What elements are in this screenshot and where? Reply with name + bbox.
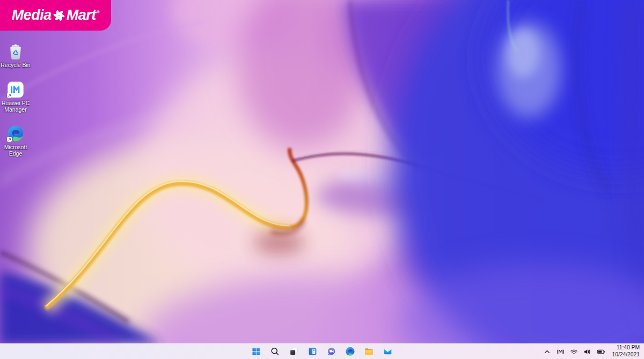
widgets-button[interactable] (308, 346, 318, 357)
recycle-bin-icon (7, 43, 24, 60)
logo-text-media: Media (12, 8, 52, 23)
shortcut-arrow-icon (7, 137, 12, 142)
start-button[interactable] (251, 346, 262, 357)
widgets-icon (308, 347, 318, 356)
chat-video-icon (327, 347, 336, 356)
system-tray: 11:40 PM 10/24/2021 (543, 344, 640, 359)
chevron-up-icon (543, 348, 551, 356)
huawei-pc-manager-icon (7, 81, 24, 98)
icon-label: Recycle Bin (1, 62, 30, 68)
mediamart-logo: Media Mart ® (12, 8, 99, 23)
edge-swirl-icon (346, 347, 355, 356)
speaker-icon (583, 348, 591, 356)
logo-text-mart: Mart (67, 8, 96, 23)
icon-label: Huawei PC Manager (2, 100, 30, 113)
wifi-icon (570, 348, 578, 356)
folder-icon (364, 347, 374, 356)
task-view-button[interactable] (289, 346, 299, 357)
microsoft-edge-icon (7, 125, 24, 142)
chat-button[interactable] (326, 346, 337, 357)
taskbar-center-group (251, 344, 393, 359)
desktop-icon-huawei-pc-manager[interactable]: Huawei PC Manager (0, 81, 33, 113)
volume-tray-item[interactable] (583, 347, 592, 356)
desktop-icon-recycle-bin[interactable]: Recycle Bin (0, 43, 33, 68)
huawei-tray-item[interactable] (556, 347, 565, 356)
clock-time: 11:40 PM (612, 345, 640, 351)
registered-mark: ® (97, 10, 99, 14)
hidden-icons-chevron[interactable] (543, 347, 552, 356)
desktop-icon-microsoft-edge[interactable]: Microsoft Edge (0, 125, 33, 157)
icon-label: Microsoft Edge (4, 144, 27, 157)
windows-desktop: Media Mart ® (0, 0, 644, 359)
file-explorer-button[interactable] (364, 346, 375, 357)
huawei-tray-icon (557, 348, 565, 356)
search-icon (270, 347, 280, 356)
edge-button[interactable] (345, 346, 356, 357)
envelope-icon (383, 347, 393, 356)
clock-date: 10/24/2021 (612, 351, 640, 358)
desktop-wallpaper (0, 0, 644, 344)
taskbar: 11:40 PM 10/24/2021 (0, 343, 644, 359)
search-button[interactable] (270, 346, 281, 357)
clock[interactable]: 11:40 PM 10/24/2021 (612, 345, 640, 358)
shortcut-arrow-icon (7, 93, 12, 98)
battery-tray-item[interactable] (596, 347, 605, 356)
mail-button[interactable] (383, 346, 393, 357)
windows-logo-icon (252, 347, 261, 356)
mediamart-banner: Media Mart ® (0, 0, 111, 31)
mediamart-rosette-icon (52, 9, 66, 23)
network-tray-item[interactable] (569, 347, 579, 356)
task-view-icon (289, 347, 299, 356)
battery-icon (597, 348, 605, 356)
